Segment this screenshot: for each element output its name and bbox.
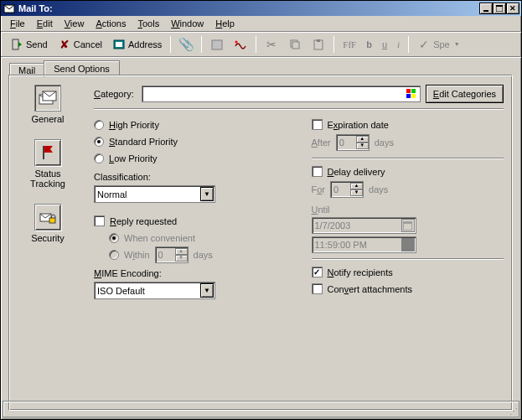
chevron-down-icon: ▼ bbox=[454, 41, 460, 47]
menu-window[interactable]: Window bbox=[165, 17, 209, 30]
chevron-down-icon[interactable]: ▼ bbox=[200, 283, 214, 298]
check-convert-attachments[interactable]: Convert attachments bbox=[312, 282, 504, 296]
classification-label: Classification: bbox=[94, 172, 287, 182]
paste-button[interactable] bbox=[308, 35, 329, 54]
checkbox-glyph bbox=[312, 119, 323, 130]
maximize-button[interactable] bbox=[493, 3, 506, 14]
svg-rect-3 bbox=[496, 5, 503, 7]
underline-icon: u bbox=[382, 39, 387, 49]
clock-icon bbox=[401, 238, 415, 251]
menu-actions[interactable]: Actions bbox=[90, 17, 132, 30]
cut-button[interactable]: ✂ bbox=[261, 35, 282, 54]
edit-categories-button[interactable]: Edit Categories bbox=[426, 85, 504, 103]
address-icon bbox=[112, 38, 126, 51]
svg-point-8 bbox=[235, 40, 238, 43]
menu-edit[interactable]: Edit bbox=[31, 17, 59, 30]
radio-glyph bbox=[94, 120, 104, 130]
bold-icon: b bbox=[366, 39, 372, 49]
address-button[interactable]: Address bbox=[108, 35, 166, 54]
nav-label: Security bbox=[18, 233, 77, 243]
nav-general[interactable]: General bbox=[18, 85, 77, 124]
menu-help[interactable]: Help bbox=[209, 17, 240, 30]
mail-window: Mail To: ✕ File Edit View Actions Tools … bbox=[0, 0, 522, 420]
mime-select[interactable]: ISO Default ▼ bbox=[94, 282, 215, 299]
separator bbox=[201, 36, 202, 53]
category-picker-icon[interactable] bbox=[405, 87, 418, 101]
send-button[interactable]: Send bbox=[6, 35, 52, 54]
radio-standard-priority[interactable]: Standard Priority bbox=[94, 134, 287, 148]
flag-icon bbox=[34, 139, 61, 166]
calendar-icon bbox=[401, 219, 415, 232]
nav-status-tracking[interactable]: Status Tracking bbox=[18, 139, 77, 189]
check-reply-requested[interactable]: Reply requested bbox=[94, 214, 287, 228]
copy-button[interactable] bbox=[284, 35, 306, 54]
tool-cal-button[interactable] bbox=[206, 35, 228, 54]
svg-rect-23 bbox=[404, 224, 411, 230]
svg-rect-15 bbox=[43, 146, 44, 159]
radio-glyph bbox=[109, 250, 119, 260]
menubar: File Edit View Actions Tools Window Help bbox=[1, 16, 521, 32]
menu-view[interactable]: View bbox=[59, 17, 90, 30]
checkbox-glyph bbox=[312, 166, 323, 177]
divider bbox=[312, 258, 504, 260]
radio-glyph bbox=[109, 233, 119, 243]
options-content: Category: Edit Categories High Priority … bbox=[94, 85, 504, 299]
tab-send-options[interactable]: Send Options bbox=[44, 60, 120, 76]
bold-button[interactable]: b bbox=[362, 35, 376, 54]
separator bbox=[333, 36, 334, 53]
resize-grip-icon[interactable]: ⋰ bbox=[505, 402, 519, 417]
until-time-input: 11:59:00 PM bbox=[312, 236, 416, 253]
nav-label: General bbox=[18, 114, 77, 124]
radio-low-priority[interactable]: Low Priority bbox=[94, 151, 287, 165]
until-date-input: 1/7/2003 bbox=[312, 217, 416, 234]
minimize-button[interactable] bbox=[479, 3, 493, 14]
menu-tools[interactable]: Tools bbox=[132, 17, 165, 30]
separator bbox=[170, 36, 171, 53]
tool-sig-button[interactable] bbox=[230, 35, 251, 54]
envelopes-icon bbox=[34, 85, 61, 111]
italic-button[interactable]: i bbox=[393, 35, 404, 54]
paperclip-icon: 📎 bbox=[179, 38, 193, 51]
tabstrip: Mail Send Options bbox=[1, 57, 521, 75]
svg-rect-12 bbox=[317, 39, 320, 42]
svg-rect-18 bbox=[406, 89, 411, 93]
for-label: For bbox=[312, 184, 326, 194]
divider bbox=[94, 108, 504, 110]
toolbar: Send ✘Cancel Address 📎 ✂ FfF b u i ✓Spe▼ bbox=[1, 32, 521, 57]
category-input[interactable] bbox=[142, 86, 421, 102]
radio-when-convenient: When convenient bbox=[109, 231, 287, 245]
separator bbox=[408, 36, 409, 53]
right-column: Expiration date After 0▲▼ days Delay del… bbox=[312, 115, 504, 299]
svg-rect-20 bbox=[406, 94, 411, 98]
cancel-button[interactable]: ✘Cancel bbox=[54, 35, 106, 54]
check-notify-recipients[interactable]: Notify recipients bbox=[312, 265, 504, 279]
left-column: High Priority Standard Priority Low Prio… bbox=[94, 115, 287, 299]
attach-button[interactable]: 📎 bbox=[175, 35, 197, 54]
underline-button[interactable]: u bbox=[378, 35, 391, 54]
chevron-down-icon[interactable]: ▼ bbox=[200, 187, 214, 201]
copy-icon bbox=[288, 38, 302, 51]
titlebar[interactable]: Mail To: ✕ bbox=[1, 1, 521, 16]
spellcheck-button[interactable]: ✓Spe▼ bbox=[413, 35, 464, 54]
radio-high-priority[interactable]: High Priority bbox=[94, 117, 287, 132]
check-expiration[interactable]: Expiration date bbox=[312, 117, 504, 132]
svg-rect-10 bbox=[292, 42, 299, 49]
checkbox-glyph bbox=[94, 215, 105, 226]
menu-file[interactable]: File bbox=[4, 17, 31, 30]
check-delay-delivery[interactable]: Delay delivery bbox=[312, 164, 504, 179]
until-label: Until bbox=[312, 205, 504, 215]
classification-select[interactable]: Normal ▼ bbox=[94, 185, 215, 203]
svg-rect-4 bbox=[13, 39, 18, 49]
font-icon: FfF bbox=[343, 39, 356, 49]
window-title: Mail To: bbox=[16, 3, 479, 13]
mail-icon bbox=[3, 2, 16, 15]
font-button[interactable]: FfF bbox=[339, 35, 360, 54]
calendar-icon bbox=[210, 38, 224, 51]
after-label: After bbox=[312, 137, 331, 148]
close-button[interactable]: ✕ bbox=[506, 3, 519, 14]
svg-rect-1 bbox=[483, 10, 488, 12]
nav-security[interactable]: Security bbox=[18, 204, 77, 243]
separator bbox=[256, 36, 256, 53]
radio-glyph bbox=[94, 137, 104, 147]
category-label: Category: bbox=[94, 89, 142, 99]
